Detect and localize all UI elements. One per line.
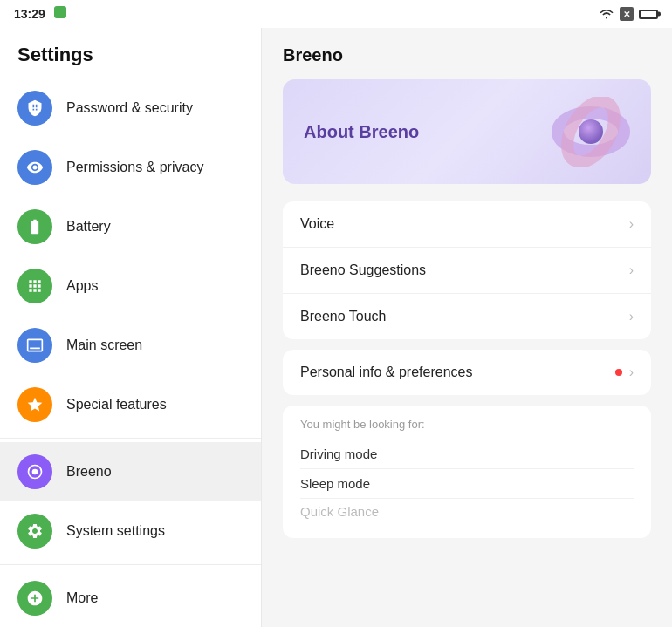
sidebar-icon-apps bbox=[17, 269, 52, 303]
breeno-touch-item[interactable]: Breeno Touch › bbox=[283, 294, 651, 339]
sidebar-divider bbox=[0, 564, 261, 565]
voice-chevron: › bbox=[629, 216, 634, 232]
about-breeno-text: About Breeno bbox=[304, 122, 419, 142]
sidebar-label-system-settings: System settings bbox=[66, 523, 165, 539]
personal-info-right: › bbox=[615, 365, 634, 380]
sidebar-icon-breeno bbox=[17, 454, 52, 489]
about-breeno-banner[interactable]: About Breeno bbox=[283, 79, 651, 184]
breeno-touch-right: › bbox=[629, 309, 634, 324]
menu-group-1: Voice › Breeno Suggestions › Breeno Touc… bbox=[283, 201, 651, 339]
suggestions-box: You might be looking for: Driving mode S… bbox=[283, 406, 651, 538]
sidebar-item-apps[interactable]: Apps bbox=[0, 256, 261, 316]
sidebar-label-apps: Apps bbox=[66, 278, 98, 294]
wifi-icon bbox=[599, 7, 614, 22]
content-area: Breeno About Breeno bbox=[262, 28, 672, 627]
status-bar: 13:29 ✕ bbox=[0, 0, 672, 28]
breeno-touch-label: Breeno Touch bbox=[300, 309, 386, 324]
status-icons: ✕ bbox=[599, 7, 658, 22]
status-left: 13:29 bbox=[14, 6, 66, 22]
sidebar-icon-battery bbox=[17, 209, 52, 244]
content-title: Breeno bbox=[283, 45, 651, 65]
suggestions-title: You might be looking for: bbox=[300, 418, 634, 431]
status-time: 13:29 bbox=[14, 7, 45, 21]
breeno-suggestions-right: › bbox=[629, 262, 634, 278]
sidebar-icon-main-screen bbox=[17, 328, 52, 363]
sidebar-divider bbox=[0, 438, 261, 439]
sidebar: Settings Password & securityPermissions … bbox=[0, 28, 262, 627]
sidebar-icon-password-security bbox=[17, 91, 52, 126]
sidebar-item-system-settings[interactable]: System settings bbox=[0, 501, 261, 561]
sidebar-title: Settings bbox=[0, 28, 261, 78]
voice-right: › bbox=[629, 216, 634, 232]
sidebar-label-permissions-privacy: Permissions & privacy bbox=[66, 160, 203, 175]
breeno-suggestions-item[interactable]: Breeno Suggestions › bbox=[283, 248, 651, 294]
menu-group-2: Personal info & preferences › bbox=[283, 350, 651, 395]
suggestion-quick-glance[interactable]: Quick Glance bbox=[300, 499, 634, 526]
status-green-dot bbox=[54, 6, 66, 22]
sidebar-icon-more bbox=[17, 581, 52, 616]
sidebar-label-breeno: Breeno bbox=[66, 464, 112, 480]
suggestion-sleep-mode[interactable]: Sleep mode bbox=[300, 469, 634, 499]
personal-info-item[interactable]: Personal info & preferences › bbox=[283, 350, 651, 395]
breeno-suggestions-label: Breeno Suggestions bbox=[300, 262, 426, 278]
sidebar-icon-special-features bbox=[17, 387, 52, 422]
svg-point-0 bbox=[32, 469, 38, 475]
sidebar-label-password-security: Password & security bbox=[66, 100, 193, 116]
sidebar-item-password-security[interactable]: Password & security bbox=[0, 78, 261, 138]
personal-info-label: Personal info & preferences bbox=[300, 365, 472, 380]
personal-info-dot bbox=[615, 369, 622, 376]
sidebar-icon-permissions-privacy bbox=[17, 150, 52, 185]
sidebar-icon-system-settings bbox=[17, 514, 52, 549]
sidebar-label-battery: Battery bbox=[66, 219, 111, 235]
main-layout: Settings Password & securityPermissions … bbox=[0, 28, 672, 627]
sidebar-item-battery[interactable]: Battery bbox=[0, 197, 261, 256]
voice-item[interactable]: Voice › bbox=[283, 201, 651, 248]
sidebar-item-main-screen[interactable]: Main screen bbox=[0, 316, 261, 375]
battery-icon bbox=[639, 10, 658, 19]
sidebar-label-main-screen: Main screen bbox=[66, 337, 142, 353]
breeno-suggestions-chevron: › bbox=[629, 262, 634, 278]
sidebar-label-special-features: Special features bbox=[66, 397, 167, 412]
suggestion-driving-mode[interactable]: Driving mode bbox=[300, 440, 634, 469]
breeno-graphic bbox=[543, 97, 630, 167]
sidebar-label-more: More bbox=[66, 590, 98, 606]
voice-label: Voice bbox=[300, 216, 334, 232]
signal-x-icon: ✕ bbox=[620, 7, 634, 21]
breeno-touch-chevron: › bbox=[629, 309, 634, 324]
sidebar-item-breeno[interactable]: Breeno bbox=[0, 442, 261, 501]
sidebar-item-permissions-privacy[interactable]: Permissions & privacy bbox=[0, 138, 261, 197]
sidebar-item-special-features[interactable]: Special features bbox=[0, 375, 261, 434]
svg-point-4 bbox=[579, 119, 603, 144]
sidebar-item-more[interactable]: More bbox=[0, 569, 261, 627]
personal-info-chevron: › bbox=[629, 365, 634, 380]
